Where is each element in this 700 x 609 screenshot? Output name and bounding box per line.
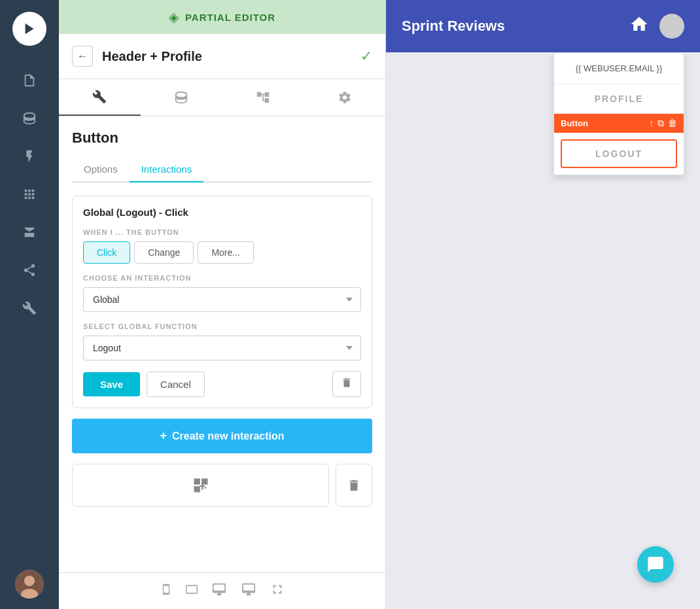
tab-icon-database[interactable] [141, 79, 222, 116]
profile-email: {{ WEBUSER.EMAIL }} [554, 53, 684, 84]
widget-layout-button[interactable] [72, 464, 329, 507]
play-button[interactable] [12, 12, 46, 46]
interaction-title: Global (Logout) - Click [83, 207, 361, 218]
editor-icon-tabs [59, 79, 385, 116]
components-icon[interactable] [13, 178, 46, 211]
preview-area: Sprint Reviews {{ WEBUSER.EMAIL }} PROFI… [386, 0, 700, 609]
trigger-label: WHEN I ... THE BUTTON [83, 228, 361, 236]
tab-icon-settings[interactable] [304, 79, 385, 116]
move-up-icon[interactable]: ↑ [649, 118, 654, 129]
diamond-icon: ◈ [169, 9, 179, 25]
interaction-card: Global (Logout) - Click WHEN I ... THE B… [72, 196, 372, 408]
interaction-select[interactable]: Global Navigate Custom [83, 287, 361, 312]
sidebar [0, 0, 59, 609]
delete-icon[interactable]: 🗑 [668, 118, 677, 129]
profile-button-area: Button ↑ ⧉ 🗑 LOGOUT [554, 114, 684, 168]
interaction-label: CHOOSE AN INTERACTION [83, 274, 361, 282]
profile-dropdown: {{ WEBUSER.EMAIL }} PROFILE Button ↑ ⧉ 🗑… [553, 52, 684, 175]
trigger-click-btn[interactable]: Click [83, 241, 130, 264]
tab-options[interactable]: Options [72, 157, 130, 183]
tools-icon[interactable] [13, 292, 46, 324]
save-button[interactable]: Save [83, 372, 140, 396]
create-interaction-button[interactable]: + Create new interaction [72, 419, 372, 453]
desktop-large-icon[interactable] [240, 582, 257, 600]
trigger-btn-group: Click Change More... [83, 241, 361, 264]
confirm-icon[interactable]: ✓ [360, 48, 372, 65]
partial-editor-label: PARTIAL EDITOR [185, 12, 275, 23]
create-interaction-label: Create new interaction [172, 430, 285, 442]
svg-marker-0 [26, 24, 34, 35]
editor-content: Button Options Interactions Global (Logo… [59, 116, 385, 572]
preview-app-title: Sprint Reviews [402, 18, 629, 35]
button-toolbar-label: Button [561, 118, 588, 128]
partial-editor-bar: ◈ PARTIAL EDITOR [59, 0, 385, 34]
chat-fab-button[interactable] [637, 546, 674, 583]
component-label: Button [72, 130, 372, 147]
device-bar [59, 572, 385, 609]
svg-point-2 [24, 576, 35, 586]
fullscreen-icon[interactable] [270, 582, 285, 600]
toolbar-icons: ↑ ⧉ 🗑 [649, 118, 677, 129]
profile-label: PROFILE [554, 84, 684, 114]
action-buttons: Save Cancel [83, 371, 361, 397]
user-avatar[interactable] [15, 570, 44, 599]
editor-title: Header + Profile [102, 49, 351, 64]
lightning-icon[interactable] [13, 140, 46, 173]
back-button[interactable]: ← [72, 46, 93, 67]
tab-interactions[interactable]: Interactions [130, 157, 204, 183]
store-icon[interactable] [13, 216, 46, 249]
cancel-button[interactable]: Cancel [147, 372, 205, 397]
editor-panel: ◈ PARTIAL EDITOR ← Header + Profile ✓ Bu… [59, 0, 386, 609]
sidebar-play-area [0, 0, 59, 58]
tab-icon-hierarchy[interactable] [222, 79, 304, 116]
sidebar-nav-icons [13, 58, 46, 559]
button-toolbar: Button ↑ ⧉ 🗑 [554, 114, 684, 133]
logout-button[interactable]: LOGOUT [561, 139, 677, 168]
tablet-icon[interactable] [185, 582, 198, 600]
delete-interaction-button[interactable] [332, 371, 361, 397]
widget-delete-button[interactable] [336, 464, 372, 507]
database-icon[interactable] [13, 102, 46, 135]
copy-icon[interactable]: ⧉ [657, 118, 664, 129]
preview-user-avatar[interactable] [659, 14, 684, 39]
home-icon[interactable] [629, 14, 649, 39]
function-select[interactable]: Logout Login Register [83, 336, 361, 360]
function-label: SELECT GLOBAL FUNCTION [83, 322, 361, 330]
tab-icon-tools[interactable] [59, 79, 141, 116]
plus-icon: + [160, 429, 167, 443]
sidebar-bottom [15, 559, 44, 609]
editor-title-bar: ← Header + Profile ✓ [59, 34, 385, 79]
preview-header: Sprint Reviews [386, 0, 700, 52]
bottom-widget-area [72, 453, 372, 512]
trigger-more-btn[interactable]: More... [198, 241, 254, 264]
desktop-medium-icon[interactable] [211, 582, 227, 600]
mobile-small-icon[interactable] [160, 582, 172, 600]
share-icon[interactable] [13, 254, 46, 287]
trigger-change-btn[interactable]: Change [134, 241, 194, 264]
page-icon[interactable] [13, 64, 46, 97]
sub-tabs: Options Interactions [72, 157, 372, 183]
